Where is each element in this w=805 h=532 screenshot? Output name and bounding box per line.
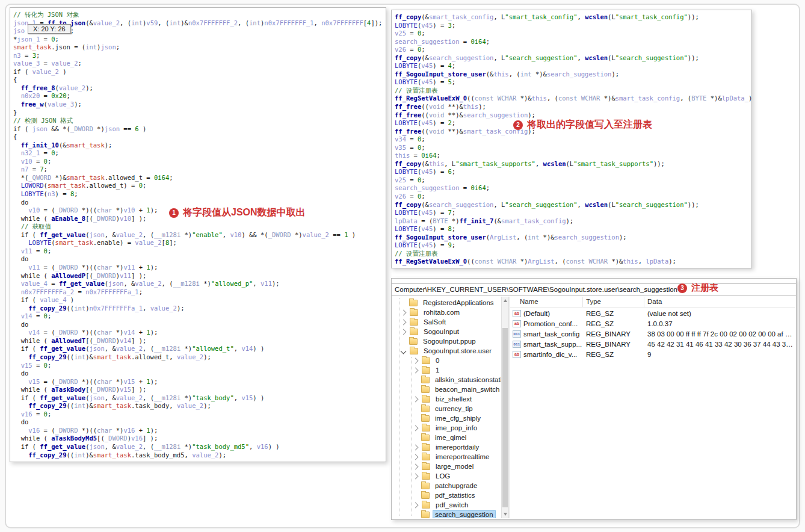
tree-item-allskin-statusiconstatis[interactable]: allskin_statusiconstatis: [392, 375, 501, 385]
code-line: *json_1 = 0;: [13, 36, 386, 44]
decompiled-code-json-parse: // 转化为 JSON 对象json_1 = ff_to_json(&value…: [10, 8, 386, 462]
chevron-right-icon[interactable]: [413, 454, 419, 460]
tree-item-ime-cfg-shiply[interactable]: ime_cfg_shiply: [392, 413, 501, 423]
tree-item-beacon-main-switch[interactable]: beacon_main_switch: [392, 385, 501, 394]
code-line: LOBYTE(v45) = 4;: [395, 62, 751, 70]
code-line: v26 = 0;: [395, 193, 751, 201]
tree-item-patchupgrade[interactable]: patchupgrade: [392, 481, 501, 490]
code-line: LOBYTE(v45) = 6;: [395, 168, 751, 176]
tree-item-sogouinput-store-user[interactable]: SogouInput.store.user: [392, 346, 501, 356]
column-header-name[interactable]: Name: [520, 298, 538, 305]
tree-item-registeredapplications[interactable]: RegisteredApplications: [392, 298, 501, 308]
chevron-right-icon[interactable]: [413, 367, 419, 373]
chevron-right-icon[interactable]: [413, 396, 419, 402]
code-line: ff_copy(&this, L"smart_task_supports", w…: [395, 160, 751, 169]
scrollbar-thumb[interactable]: [502, 328, 508, 507]
column-separator[interactable]: [644, 297, 644, 307]
tree-item-1[interactable]: 1: [392, 365, 501, 375]
code-line: ff_RegSetValueExW_0((const WCHAR *)&this…: [395, 94, 751, 103]
tree-item-label: biz_shellext: [433, 395, 474, 403]
tree-item-imereportdaily[interactable]: imereportdaily: [392, 442, 501, 452]
code-line: v10 = 0;: [13, 158, 386, 166]
tree-item-salsoft[interactable]: SalSoft: [392, 317, 501, 327]
chevron-right-icon[interactable]: [413, 357, 419, 363]
chevron-down-icon[interactable]: [401, 348, 407, 354]
folder-icon: [421, 492, 430, 499]
registry-value-row[interactable]: ab(Default)REG_SZ(value not set): [510, 308, 795, 318]
chevron-right-icon[interactable]: [401, 309, 407, 315]
value-data: (value not set): [647, 310, 794, 317]
registry-value-row[interactable]: absmartinfo_dic_v...REG_SZ9: [510, 349, 795, 359]
chevron-right-icon[interactable]: [413, 425, 419, 431]
tree-item-ime-pop-info[interactable]: ime_pop_info: [392, 423, 501, 433]
code-line: while ( aTaskBodyMd5[(_DWORD)v16] );: [13, 435, 386, 443]
folder-icon: [409, 338, 418, 345]
tree-item-label: ime_cfg_shiply: [433, 414, 483, 422]
registry-value-row[interactable]: 011smart_task_configREG_BINARY38 03 00 0…: [510, 329, 795, 339]
folder-icon: [410, 309, 418, 316]
code-line: LOBYTE(smart_task.enable) = value_2[8];: [13, 239, 386, 247]
tree-item-label: beacon_main_switch: [433, 385, 501, 394]
folder-icon: [422, 367, 430, 374]
tree-item-currency-tip[interactable]: currency_tip: [392, 404, 501, 413]
tree-item-label: SogouInput: [421, 327, 461, 336]
chevron-right-icon[interactable]: [413, 473, 419, 479]
value-data: 9: [647, 351, 794, 358]
tree-item-label: imereportrealtime: [433, 453, 492, 461]
chevron-right-icon[interactable]: [401, 329, 407, 335]
code-line: v25 = 0;: [395, 176, 751, 185]
column-header-type[interactable]: Type: [586, 298, 601, 305]
code-line: v15 = (_DWORD *)((char *)v15 + 1);: [13, 378, 386, 386]
tree-item-log[interactable]: LOG: [392, 471, 501, 481]
tree-item-rohitab-com[interactable]: rohitab.com: [392, 308, 501, 317]
chevron-right-icon[interactable]: [401, 319, 407, 325]
code-line: v16 = (_DWORD *)((char *)v16 + 1);: [13, 427, 386, 435]
tree-item-sogouinput-ppup[interactable]: SogouInput.ppup: [392, 336, 501, 346]
folder-icon: [410, 329, 418, 335]
value-type: REG_BINARY: [586, 341, 631, 348]
code-line: n0x7FFFFFFFa_2 = n0x7FFFFFFFa_1;: [13, 288, 386, 297]
registry-address-bar[interactable]: Computer\HKEY_CURRENT_USER\SOFTWARE\Sogo…: [392, 283, 796, 295]
tree-vertical-scrollbar[interactable]: [501, 297, 509, 518]
annotation-3-badge: 3: [677, 283, 687, 293]
registry-value-row[interactable]: abPromotion_conf...REG_SZ1.0.0.37: [510, 318, 795, 329]
code-line: n3 = 3;: [13, 52, 386, 60]
code-line: ff_SogouInput_store_user(&this, (int *)&…: [395, 70, 751, 79]
tree-item-label: LOG: [433, 472, 452, 480]
tree-item-pdf-statistics[interactable]: pdf_statistics: [392, 490, 501, 500]
code-line: // 设置注册表: [395, 87, 751, 95]
folder-icon: [421, 386, 430, 393]
code-line: if ( value_2 ): [13, 68, 386, 76]
value-data: 1.0.0.37: [647, 320, 794, 327]
code-line: while ( aAllowedT[(_DWORD)v14] );: [13, 337, 386, 345]
code-line: v26 = 0;: [395, 46, 751, 54]
code-line: LOBYTE(v45) = 5;: [395, 78, 751, 87]
code-line: value_3 = value_2;: [13, 60, 386, 68]
column-header-data[interactable]: Data: [647, 298, 662, 305]
code-line: v14 = (_DWORD *)((char *)v14 + 1);: [13, 329, 386, 337]
scrollbar-down-icon[interactable]: [504, 513, 507, 516]
tree-item-sogouinput[interactable]: SogouInput: [392, 327, 501, 336]
code-line: search_suggestion = 0i64;: [395, 38, 751, 46]
chevron-right-icon[interactable]: [413, 444, 419, 450]
tree-item-large-model[interactable]: large_model: [392, 462, 501, 471]
tree-item-0[interactable]: 0: [392, 356, 501, 365]
tree-item-ime-qimei[interactable]: ime_qimei: [392, 433, 501, 442]
decompiled-code-registry-write: ff_copy(&smart_task_config, L"smart_task…: [392, 10, 751, 268]
registry-value-row[interactable]: 011smart_task_supp...REG_BINARY45 42 42 …: [510, 339, 795, 349]
binary-icon: 011: [513, 341, 521, 348]
chevron-right-icon[interactable]: [413, 502, 419, 508]
tree-item-search-suggestion[interactable]: search_suggestion: [392, 510, 501, 518]
tree-item-imereportrealtime[interactable]: imereportrealtime: [392, 452, 501, 462]
registry-window: Computer\HKEY_CURRENT_USER\SOFTWARE\Sogo…: [391, 278, 797, 520]
value-name: smart_task_config: [523, 330, 579, 338]
folder-icon: [422, 396, 430, 403]
tree-item-pdf-switch[interactable]: pdf_switch: [392, 500, 501, 510]
scrollbar-up-icon[interactable]: [504, 299, 507, 302]
chevron-right-icon[interactable]: [413, 463, 419, 469]
tree-item-label: pdf_statistics: [433, 491, 477, 500]
folder-icon: [422, 473, 430, 480]
column-separator[interactable]: [582, 297, 583, 307]
folder-icon: [422, 463, 430, 470]
tree-item-biz-shellext[interactable]: biz_shellext: [392, 394, 501, 404]
